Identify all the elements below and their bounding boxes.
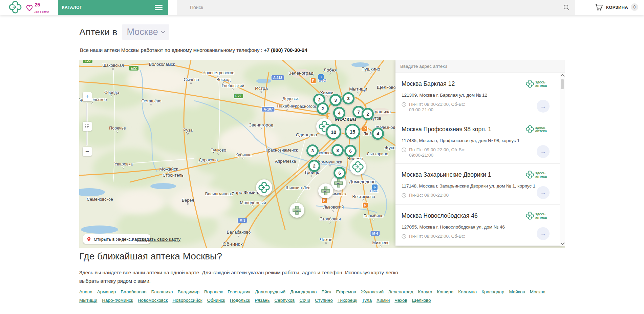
map-cluster[interactable]: 3	[306, 144, 319, 157]
settlement-dot-icon	[332, 210, 334, 212]
map-cluster[interactable]: 2	[317, 102, 329, 115]
map-cluster[interactable]: 4	[372, 127, 384, 140]
city-link[interactable]: Зеленоград	[388, 289, 413, 294]
route-arrow-button[interactable]: →	[537, 100, 550, 113]
create-your-map-link[interactable]: Создать свою карту	[138, 237, 180, 242]
cart-button[interactable]: КОРЗИНА 0	[595, 3, 638, 11]
map-cluster[interactable]: 2	[308, 160, 320, 172]
ruler-icon	[85, 124, 89, 129]
map-label: Осташёво	[142, 99, 162, 103]
settlement-dot-icon	[310, 175, 312, 177]
city-link[interactable]: Чехов	[394, 298, 407, 303]
pharmacy-list-item[interactable]: Москва Профсоюзная 98 корп. 1здесьаптека…	[395, 118, 560, 164]
city-link[interactable]: Жуковский	[361, 289, 384, 294]
map-cluster[interactable]: 2	[362, 108, 374, 120]
zoom-out-button[interactable]: −	[83, 147, 92, 156]
catalog-label: КАТАЛОГ	[62, 5, 82, 10]
city-link[interactable]: Химки	[377, 298, 390, 303]
pharmacy-address-input[interactable]	[395, 60, 565, 73]
route-arrow-button[interactable]: →	[537, 186, 550, 199]
city-link[interactable]: Калуга	[418, 289, 432, 294]
route-arrow-button[interactable]: →	[537, 227, 550, 240]
city-link[interactable]: Балашиха	[151, 289, 173, 294]
pharmacy-brand-pin-icon[interactable]	[350, 159, 366, 175]
ruler-button[interactable]	[83, 122, 92, 131]
map-label: Красногорск	[295, 104, 319, 109]
settlement-dot-icon	[91, 102, 93, 104]
pharmacy-cross-pin-icon[interactable]: ∞	[318, 183, 333, 198]
site-logo[interactable]: 25 ЛЕТ с Вами!	[9, 1, 49, 15]
pharmacy-list-item[interactable]: Москва Захарьинские Дворики 1здесьаптека…	[395, 164, 560, 205]
clock-icon	[402, 193, 406, 199]
map-cluster[interactable]: 6	[334, 167, 346, 179]
settlement-dot-icon	[329, 222, 331, 223]
city-link[interactable]: Владимир	[178, 289, 199, 294]
map[interactable]: ШаховскаяВолоколамскСередаАрхангельскоеО…	[79, 60, 565, 248]
city-link[interactable]: Воронеж	[204, 289, 223, 294]
map-pin-icon	[86, 237, 91, 242]
city-link[interactable]: Сочи	[300, 298, 310, 303]
map-cluster[interactable]: 3	[329, 94, 342, 106]
map-label: Верея	[182, 198, 194, 203]
route-arrow-button[interactable]: →	[537, 145, 550, 158]
city-link[interactable]: Геленджик	[228, 289, 250, 294]
catalog-button[interactable]: КАТАЛОГ	[58, 0, 168, 15]
city-link[interactable]: Майкоп	[509, 289, 525, 294]
city-link[interactable]: Долгопрудный	[255, 289, 285, 294]
city-link[interactable]: Балабаново	[121, 289, 146, 294]
pharmacy-cross-pin-icon[interactable]: ∞	[289, 203, 304, 218]
search-icon[interactable]	[563, 4, 570, 13]
city-link[interactable]: Тула	[362, 298, 372, 303]
pharmacy-list-item[interactable]: Москва Барклая 12здесьаптека121309, Моск…	[395, 73, 560, 118]
city-link[interactable]: Подольск	[230, 298, 250, 303]
map-cluster[interactable]: 4	[333, 107, 345, 119]
city-link[interactable]: Краснодар	[481, 289, 504, 294]
city-selector-value: Москве	[127, 27, 158, 37]
road-badge: А-107	[262, 107, 274, 112]
city-link[interactable]: Серпухов	[274, 298, 295, 303]
city-link[interactable]: Кашира	[437, 289, 454, 294]
map-cluster[interactable]: 6	[344, 145, 357, 157]
map-cluster[interactable]: 3	[342, 92, 355, 104]
city-link[interactable]: Тихорецк	[338, 298, 357, 303]
map-cluster[interactable]: 10	[326, 124, 341, 140]
city-link[interactable]: Коломна	[458, 289, 477, 294]
panel-scrollbar[interactable]	[560, 73, 565, 246]
map-cluster[interactable]: 15	[345, 124, 360, 139]
city-link[interactable]: Наро-Фоминск	[102, 298, 133, 303]
city-link[interactable]: Новомосковск	[138, 298, 168, 303]
city-link[interactable]: Ейск	[321, 289, 331, 294]
map-label: Барыбино	[363, 214, 383, 218]
pharmacy-list-item[interactable]: Москва Новослободская 46здесьаптека12705…	[395, 205, 560, 246]
search-input[interactable]	[177, 0, 575, 15]
city-link[interactable]: Ефремов	[336, 289, 356, 294]
map-cluster[interactable]: 8	[331, 144, 344, 156]
city-selector[interactable]: Москве	[122, 24, 169, 40]
settlement-dot-icon	[116, 131, 118, 133]
scroll-up-icon[interactable]	[560, 74, 565, 78]
city-link[interactable]: Щелково	[412, 298, 431, 303]
city-link[interactable]: Мытищи	[79, 298, 97, 303]
airport-icon: ✈	[318, 74, 324, 80]
pharmacy-title: Москва Профсоюзная 98 корп. 1	[402, 126, 541, 133]
city-link[interactable]: Обнинск	[207, 298, 225, 303]
city-link[interactable]: Москва	[530, 289, 545, 294]
map-label: Васильчиново	[205, 192, 233, 196]
scrollbar-thumb[interactable]	[561, 79, 564, 89]
city-link[interactable]: Ступино	[315, 298, 333, 303]
city-link[interactable]: Домодедово	[290, 289, 317, 294]
pharmacy-address: 117148, Москва г, Захарьинские Дворики у…	[402, 183, 541, 189]
scroll-down-icon[interactable]	[560, 241, 565, 245]
map-label: Руза	[183, 128, 192, 133]
pharmacy-brand-pin-icon[interactable]	[256, 179, 272, 196]
city-link[interactable]: Армавир	[97, 289, 116, 294]
city-link[interactable]: Новороссийск	[172, 298, 202, 303]
settlement-dot-icon	[190, 82, 192, 84]
phone-number: +7 (800) 700-30-24	[264, 47, 307, 53]
zoom-in-button[interactable]: +	[83, 92, 92, 101]
menu-icon[interactable]	[155, 5, 163, 12]
city-link[interactable]: Рязань	[255, 298, 270, 303]
brand-words: здесьаптека	[535, 212, 547, 219]
city-link[interactable]: Анапа	[79, 289, 92, 294]
map-label: Столбовая	[320, 217, 341, 221]
